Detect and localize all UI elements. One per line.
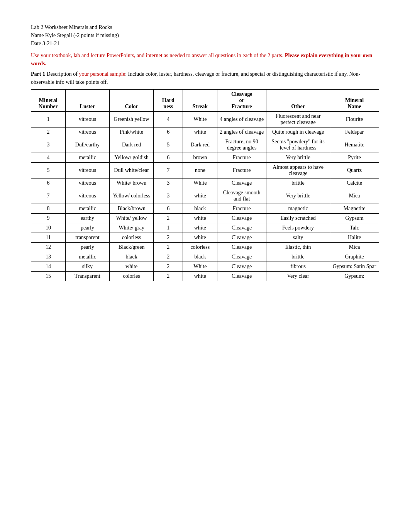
table-row: 12pearlyBlack/green2colorlessCleavageEla…	[31, 243, 379, 252]
cell-luster: vitreous	[65, 127, 109, 137]
cell-num: 6	[31, 178, 66, 188]
cell-luster: pearly	[65, 223, 109, 233]
table-header-row: MineralNumber Luster Color Hardness Stre…	[31, 90, 379, 112]
minerals-table: MineralNumber Luster Color Hardness Stre…	[31, 89, 379, 281]
cell-streak: white	[183, 272, 217, 281]
cell-color: Yellow/ goldish	[110, 153, 154, 163]
cell-mineral-name: Flourite	[330, 112, 379, 127]
cell-color: Black/brown	[110, 204, 154, 214]
cell-hardness: 7	[154, 163, 183, 178]
cell-cleavage: Cleavage	[217, 252, 266, 262]
cell-num: 4	[31, 153, 66, 163]
cell-hardness: 2	[154, 214, 183, 223]
cell-streak: White	[183, 178, 217, 188]
cell-luster: metallic	[65, 204, 109, 214]
cell-hardness: 3	[154, 188, 183, 204]
cell-luster: Dull/earthy	[65, 137, 109, 153]
cell-mineral-name: Feldspar	[330, 127, 379, 137]
cell-color: White/ brown	[110, 178, 154, 188]
cell-color: Dark red	[110, 137, 154, 153]
cell-mineral-name: Gypsum: Satin Spar	[330, 262, 379, 272]
cell-mineral-name: Pyrite	[330, 153, 379, 163]
table-row: 6vitreousWhite/ brown3WhiteCleavagebritt…	[31, 178, 379, 188]
cell-num: 1	[31, 112, 66, 127]
table-row: 1vitreousGreenish yellow4White4 angles o…	[31, 112, 379, 127]
cell-color: White/ yellow	[110, 214, 154, 223]
cell-streak: white	[183, 233, 217, 243]
cell-other: Very brittle	[266, 153, 330, 163]
table-row: 2vitreousPink/white6white2 angles of cle…	[31, 127, 379, 137]
cell-cleavage: 4 angles of cleavage	[217, 112, 266, 127]
cell-luster: earthy	[65, 214, 109, 223]
cell-mineral-name: Quartz	[330, 163, 379, 178]
cell-num: 9	[31, 214, 66, 223]
cell-num: 10	[31, 223, 66, 233]
cell-luster: metallic	[65, 153, 109, 163]
cell-cleavage: Cleavage	[217, 272, 266, 281]
cell-luster: vitreous	[65, 163, 109, 178]
cell-luster: transparent	[65, 233, 109, 243]
instruction-text: Use your textbook, lab and lecture Power…	[31, 51, 379, 68]
cell-streak: White	[183, 262, 217, 272]
table-row: 3Dull/earthyDark red5Dark redFracture, n…	[31, 137, 379, 153]
cell-hardness: 4	[154, 112, 183, 127]
cell-cleavage: Cleavage	[217, 178, 266, 188]
cell-cleavage: 2 angles of cleavage	[217, 127, 266, 137]
cell-other: Quite rough in cleavage	[266, 127, 330, 137]
cell-hardness: 3	[154, 178, 183, 188]
table-row: 15Transparentcolorles2whiteCleavageVery …	[31, 272, 379, 281]
th-mineral-name: MineralName	[330, 90, 379, 112]
cell-num: 3	[31, 137, 66, 153]
part1-label: Part 1	[31, 71, 45, 77]
cell-num: 7	[31, 188, 66, 204]
cell-mineral-name: Talc	[330, 223, 379, 233]
cell-streak: brown	[183, 153, 217, 163]
cell-luster: vitreous	[65, 178, 109, 188]
cell-streak: Dark red	[183, 137, 217, 153]
cell-other: Feels powdery	[266, 223, 330, 233]
cell-color: Greenish yellow	[110, 112, 154, 127]
cell-hardness: 2	[154, 243, 183, 252]
cell-mineral-name: Calcite	[330, 178, 379, 188]
cell-other: fibrous	[266, 262, 330, 272]
cell-luster: metallic	[65, 252, 109, 262]
cell-streak: none	[183, 163, 217, 178]
cell-hardness: 2	[154, 262, 183, 272]
cell-other: Easily scratched	[266, 214, 330, 223]
cell-luster: vitreous	[65, 188, 109, 204]
cell-streak: white	[183, 127, 217, 137]
cell-other: Seems "powdery" for its level of hardnes…	[266, 137, 330, 153]
cell-num: 13	[31, 252, 66, 262]
th-other-label: Other	[291, 104, 305, 109]
th-luster-label: Luster	[80, 104, 95, 109]
cell-hardness: 1	[154, 223, 183, 233]
cell-luster: Transparent	[65, 272, 109, 281]
header-line2: Name Kyle Stegall (-2 points if missing)	[31, 31, 379, 39]
cell-other: Almost appears to have cleavage	[266, 163, 330, 178]
cell-hardness: 6	[154, 127, 183, 137]
cell-color: Yellow/ colorless	[110, 188, 154, 204]
cell-other: brittle	[266, 252, 330, 262]
cell-other: Very brittle	[266, 188, 330, 204]
table-row: 7vitreousYellow/ colorless3whiteCleavage…	[31, 188, 379, 204]
header-block: Lab 2 Worksheet Minerals and Rocks Name …	[31, 23, 379, 48]
table-row: 14silkywhite2WhiteCleavagefibrousGypsum:…	[31, 262, 379, 272]
cell-luster: vitreous	[65, 112, 109, 127]
part1-intro: Part 1 Description of your personal samp…	[31, 70, 379, 86]
cell-streak: White	[183, 112, 217, 127]
header-line3: Date 3-21-21	[31, 39, 379, 48]
cell-color: colorles	[110, 272, 154, 281]
cell-hardness: 2	[154, 272, 183, 281]
th-mineral-number-label: MineralNumber	[39, 97, 58, 109]
table-row: 11transparentcolorless2whiteCleavagesalt…	[31, 233, 379, 243]
cell-color: white	[110, 262, 154, 272]
th-cleavage-label: CleavageorFracture	[231, 91, 252, 109]
th-streak-label: Streak	[193, 104, 208, 109]
table-body: 1vitreousGreenish yellow4White4 angles o…	[31, 112, 379, 281]
part1-intro-text: Description of	[45, 71, 79, 77]
cell-streak: black	[183, 204, 217, 214]
cell-num: 11	[31, 233, 66, 243]
cell-num: 5	[31, 163, 66, 178]
cell-cleavage: Fracture, no 90 degree angles	[217, 137, 266, 153]
cell-color: black	[110, 252, 154, 262]
